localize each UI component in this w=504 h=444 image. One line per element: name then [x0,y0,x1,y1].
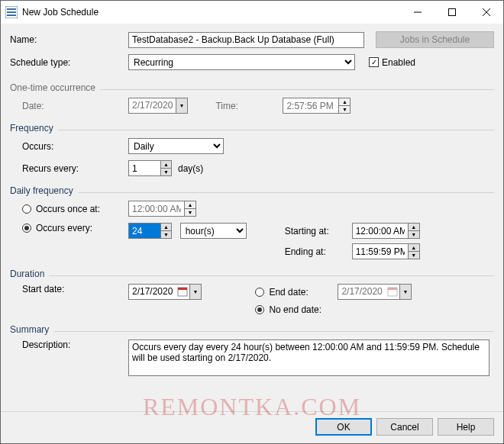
titlebar: New Job Schedule [1,1,503,24]
window-title: New Job Schedule [22,7,400,18]
spin-up-icon[interactable]: ▲ [409,224,419,231]
spin-down-icon: ▼ [339,106,350,113]
occurs-once-radio[interactable]: Occurs once at: [22,204,128,214]
occurs-label: Occurs: [22,141,128,152]
svg-rect-9 [178,288,187,290]
frequency-group-label: Frequency [10,123,53,134]
spin-down-icon: ▼ [185,209,195,216]
starting-at-input[interactable]: ▲▼ [352,223,420,239]
ending-at-input[interactable]: ▲▼ [352,243,420,259]
enabled-checkbox[interactable]: ✓ Enabled [369,57,415,68]
name-label: Name: [10,34,128,45]
daily-frequency-group-label: Daily frequency [10,185,73,196]
svg-rect-5 [448,9,455,16]
occurs-select[interactable]: Daily [128,138,224,154]
calendar-icon [177,286,188,297]
one-time-time-input: ▲▼ [283,98,351,114]
svg-rect-1 [7,8,16,10]
recurs-every-spinner[interactable]: ▲▼ [128,160,172,176]
spin-down-icon[interactable]: ▼ [161,231,171,238]
occurs-every-unit-select[interactable]: hour(s) [180,223,247,239]
svg-rect-3 [7,14,16,16]
description-textarea[interactable]: Occurs every day every 24 hour(s) betwee… [128,339,489,376]
maximize-button[interactable] [435,1,469,24]
svg-rect-11 [388,288,397,290]
time-label: Time: [215,101,283,111]
radio-icon [22,204,31,214]
spin-up-icon[interactable]: ▲ [161,224,171,231]
description-label: Description: [22,339,128,376]
spin-up-icon: ▲ [185,201,195,209]
ending-at-label: Ending at: [285,246,352,257]
duration-group-label: Duration [10,269,44,279]
chevron-down-icon: ▾ [399,285,411,299]
chevron-down-icon: ▾ [189,285,201,299]
close-button[interactable] [469,1,503,24]
start-date-picker[interactable]: 2/17/2020 ▾ [128,284,202,300]
app-icon [5,6,18,18]
dialog-footer: OK Cancel Help [1,411,503,443]
dialog-window: New Job Schedule Name: Jobs in Schedule … [0,0,504,444]
days-unit-label: day(s) [178,163,203,174]
radio-icon [255,305,264,314]
radio-icon [22,224,31,233]
enabled-label: Enabled [382,57,415,68]
check-icon: ✓ [369,57,379,67]
end-date-radio[interactable]: End date: [255,287,338,298]
help-button[interactable]: Help [438,418,494,436]
minimize-button[interactable] [400,1,435,24]
spin-down-icon[interactable]: ▼ [409,231,419,238]
calendar-icon [387,286,398,297]
occurs-every-radio[interactable]: Occurs every: [22,223,128,233]
jobs-in-schedule-button[interactable]: Jobs in Schedule [376,31,494,48]
name-input[interactable] [128,32,364,48]
no-end-date-radio[interactable]: No end date: [255,304,321,315]
radio-icon [255,288,264,297]
start-date-label: Start date: [22,284,128,294]
summary-group-label: Summary [10,324,49,335]
ok-button[interactable]: OK [315,418,372,436]
date-label: Date: [22,101,128,111]
schedule-type-select[interactable]: Recurring [128,54,355,70]
one-time-date-picker: 2/17/2020▾ [128,98,188,114]
starting-at-label: Starting at: [285,226,352,236]
spin-up-icon[interactable]: ▲ [161,161,171,169]
schedule-type-label: Schedule type: [10,57,128,68]
end-date-picker: 2/17/2020 ▾ [338,284,411,300]
svg-rect-2 [7,11,16,13]
recurs-every-label: Recurs every: [22,163,128,174]
spin-up-icon[interactable]: ▲ [409,244,419,252]
occurs-every-spinner[interactable]: ▲▼ [128,223,172,239]
spin-down-icon[interactable]: ▼ [161,169,171,175]
cancel-button[interactable]: Cancel [376,418,433,436]
spin-up-icon: ▲ [339,98,350,106]
one-time-group-label: One-time occurrence [10,82,95,93]
occurs-once-time-input: ▲▼ [128,201,196,217]
spin-down-icon[interactable]: ▼ [409,252,419,259]
